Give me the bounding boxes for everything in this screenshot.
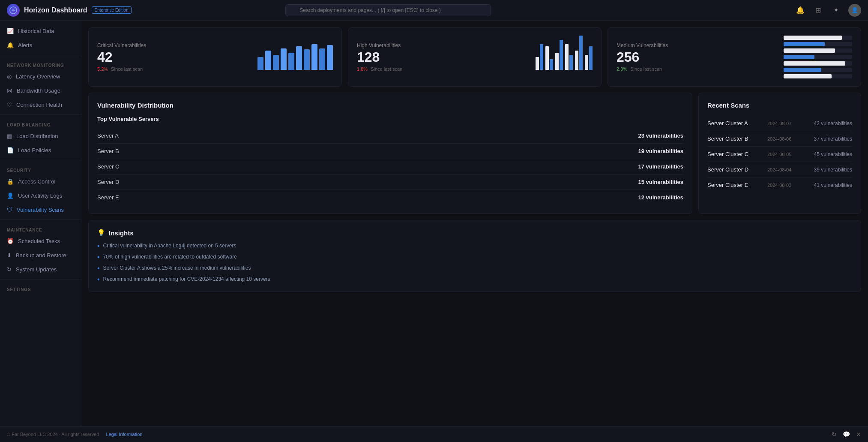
- high-change: 1.8% Since last scan: [357, 66, 529, 72]
- high-bar-blue-4: [579, 36, 583, 70]
- high-bar-blue-3: [569, 55, 573, 70]
- sidebar-item-bandwidth-usage[interactable]: ⋈ Bandwidth Usage: [0, 84, 81, 98]
- header-actions: 🔔 ⊞ ✦ 👤: [794, 4, 861, 17]
- stat-cards-row: Critical Vulnerabilities 42 5.2% Since l…: [88, 27, 861, 87]
- bell-icon: 🔔: [7, 42, 14, 48]
- medium-hbar-fill-5: [784, 68, 821, 72]
- medium-hbar-fill-2: [784, 48, 835, 53]
- refresh-footer-icon[interactable]: ↻: [832, 431, 837, 438]
- high-bar-white-4: [575, 51, 578, 70]
- medium-hbar-fill-4: [784, 61, 845, 66]
- insight-item-1: 70% of high vulnerabilities are related …: [97, 254, 852, 261]
- sidebar-item-historical-data[interactable]: 📈 Historical Data: [0, 24, 81, 38]
- high-bar-blue-0: [540, 44, 543, 70]
- scan-count-4: 41 vulnerabilities: [814, 182, 852, 188]
- download-icon: ⬇: [7, 252, 12, 259]
- main-layout: 📈 Historical Data 🔔 Alerts NETWORK MONIT…: [0, 21, 868, 426]
- high-bar-blue-1: [550, 59, 553, 70]
- critical-chart: [257, 44, 333, 70]
- scan-count-3: 39 vulnerabilities: [814, 167, 852, 173]
- server-name-4: Server E: [97, 190, 289, 205]
- server-row-4: Server E12 vulnerabilities: [97, 190, 683, 205]
- scan-name-0: Server Cluster A: [707, 120, 763, 126]
- footer-actions: ↻ 💬 ✕: [832, 431, 861, 438]
- high-value: 128: [357, 50, 529, 64]
- scan-name-1: Server Cluster B: [707, 135, 763, 142]
- scan-item-4: Server Cluster E2024-08-0341 vulnerabili…: [707, 177, 852, 192]
- scan-count-1: 37 vulnerabilities: [814, 136, 852, 142]
- server-count-3: 15 vulnerabilities: [289, 174, 683, 190]
- sidebar-item-access-control[interactable]: 🔒 Access Control: [0, 174, 81, 189]
- scan-count-2: 45 vulnerabilities: [814, 151, 852, 157]
- close-footer-icon[interactable]: ✕: [856, 431, 861, 438]
- scan-date-4: 2024-08-03: [767, 183, 791, 188]
- server-count-1: 19 vulnerabilities: [289, 144, 683, 159]
- high-bar-blue-2: [560, 40, 563, 70]
- high-bar-pair-2: [555, 40, 563, 70]
- high-bar-white-2: [555, 53, 559, 70]
- scan-item-3: Server Cluster D2024-08-0439 vulnerabili…: [707, 162, 852, 177]
- sidebar-item-user-activity-logs[interactable]: 👤 User Activity Logs: [0, 189, 81, 203]
- star-icon[interactable]: ✦: [830, 4, 842, 16]
- medium-hbar-4: [784, 61, 852, 66]
- grid-icon[interactable]: ⊞: [812, 4, 824, 16]
- top-servers-title: Top Vulnerable Servers: [97, 116, 683, 122]
- sidebar-item-vulnerability-scans[interactable]: 🛡 Vulnerability Scans: [0, 203, 81, 217]
- scan-date-0: 2024-08-07: [767, 121, 791, 126]
- user-icon: 👤: [7, 192, 14, 199]
- medium-hbar-0: [784, 36, 852, 40]
- sidebar-item-backup-restore[interactable]: ⬇ Backup and Restore: [0, 248, 81, 262]
- high-chart: [536, 44, 593, 70]
- scan-item-0: Server Cluster A2024-08-0742 vulnerabili…: [707, 116, 852, 131]
- settings-label: SETTINGS: [0, 282, 81, 294]
- sidebar-item-load-policies[interactable]: 📄 Load Policies: [0, 143, 81, 157]
- sidebar-item-latency-overview[interactable]: ◎ Latency Overview: [0, 69, 81, 84]
- vuln-dist-grid: Vulnerability Distribution Top Vulnerabl…: [88, 93, 861, 214]
- server-name-3: Server D: [97, 174, 289, 190]
- medium-hbar-2: [784, 48, 852, 53]
- server-count-4: 12 vulnerabilities: [289, 190, 683, 205]
- sidebar-item-alerts[interactable]: 🔔 Alerts: [0, 38, 81, 52]
- maintenance-label: MAINTENANCE: [0, 223, 81, 234]
- sidebar-item-scheduled-tasks[interactable]: ⏰ Scheduled Tasks: [0, 234, 81, 248]
- scan-name-2: Server Cluster C: [707, 151, 763, 157]
- critical-bar-5: [296, 46, 302, 70]
- stat-card-high: High Vulnerabilities 128 1.8% Since last…: [348, 27, 602, 87]
- critical-bar-1: [265, 51, 271, 70]
- high-bar-white-1: [545, 46, 549, 70]
- refresh-icon: ↻: [7, 266, 12, 273]
- high-bar-pair-4: [575, 36, 583, 70]
- medium-hbar-6: [784, 74, 852, 78]
- file-icon: 📄: [7, 147, 14, 153]
- avatar[interactable]: 👤: [848, 4, 861, 17]
- server-icon: ▦: [7, 133, 12, 139]
- radio-icon: ◎: [7, 73, 12, 80]
- critical-bar-7: [311, 44, 317, 70]
- medium-hbar-5: [784, 68, 852, 72]
- critical-change: 5.2% Since last scan: [97, 66, 251, 72]
- server-name-1: Server B: [97, 144, 289, 159]
- footer-copyright: © Far Beyond LLC 2024 · All rights reser…: [7, 432, 99, 437]
- network-monitoring-label: NETWORK MONITORING: [0, 58, 81, 69]
- search-input[interactable]: [285, 4, 491, 16]
- scan-date-3: 2024-08-04: [767, 167, 791, 172]
- server-name-2: Server C: [97, 159, 289, 174]
- app-title: Horizon Dashboard: [24, 6, 87, 14]
- history-icon: 📈: [7, 28, 14, 34]
- legal-link[interactable]: Legal Information: [106, 432, 142, 437]
- scan-name-3: Server Cluster D: [707, 166, 763, 173]
- medium-hbar-fill-6: [784, 74, 832, 78]
- insights-icon: 💡: [97, 229, 105, 237]
- notification-icon[interactable]: 🔔: [794, 4, 806, 16]
- search-area: 🔍: [285, 4, 491, 16]
- high-bar-white-5: [585, 55, 588, 70]
- sidebar-item-connection-health[interactable]: ♡ Connection Health: [0, 98, 81, 112]
- insight-item-0: Critical vulnerability in Apache Log4j d…: [97, 243, 852, 250]
- high-bar-pair-0: [536, 44, 543, 70]
- sidebar-item-load-distribution[interactable]: ▦ Load Distribution: [0, 129, 81, 143]
- server-count-2: 17 vulnerabilities: [289, 159, 683, 174]
- vuln-dist-panel: Vulnerability Distribution Top Vulnerabl…: [88, 93, 692, 214]
- recent-scans-title: Recent Scans: [707, 102, 852, 109]
- chat-footer-icon[interactable]: 💬: [843, 431, 850, 438]
- sidebar-item-system-updates[interactable]: ↻ System Updates: [0, 262, 81, 277]
